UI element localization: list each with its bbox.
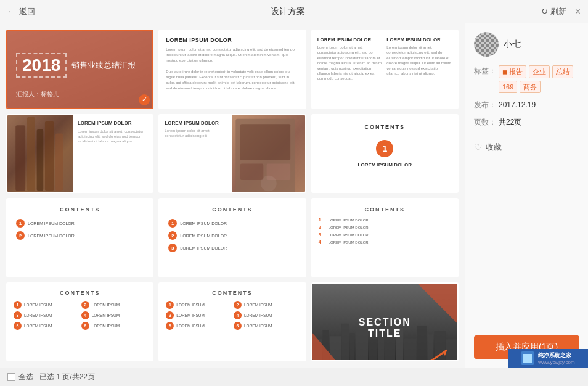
back-label: 返回 — [19, 6, 35, 17]
heart-icon: ♡ — [474, 142, 482, 153]
publish-date: 2017.12.19 — [499, 99, 536, 110]
collect-button[interactable]: ♡ 收藏 — [474, 141, 579, 154]
tags-row: 标签： ◼ 报告 企业 总结 169 商务 — [474, 65, 579, 93]
slide-item-4[interactable]: LOREM IPSUM DOLOR Lorem ipsum dolor sit … — [6, 114, 153, 194]
slide-col-2: LOREM IPSUM DOLOR Lorem ipsum dolor sit … — [386, 37, 452, 109]
slide-contents-heading-11: CONTENTS — [166, 290, 298, 296]
slide-cover-title: 销售业绩总结汇报 — [71, 60, 136, 71]
back-button[interactable]: ← 返回 — [7, 6, 35, 17]
slide-img-left — [7, 115, 73, 194]
main-content: 2018 销售业绩总结汇报 汇报人：标格儿 LOREM IPSUM DOLOR … — [0, 23, 588, 368]
slide-list-text-9-3: LOREM IPSUM DOLOR — [329, 233, 369, 237]
svg-rect-23 — [404, 338, 416, 361]
slide-col1-body: Lorem ipsum dolor sit amet, consectetur … — [317, 45, 383, 81]
svg-rect-34 — [523, 358, 528, 363]
slide-2col-num-10-5: 5 — [14, 322, 22, 330]
svg-rect-1 — [27, 117, 35, 191]
tags-container: ◼ 报告 企业 总结 169 商务 — [499, 65, 579, 93]
slide-cover: 2018 销售业绩总结汇报 汇报人：标格儿 — [7, 31, 152, 109]
slide-list-text-9-4: LOREM IPSUM DOLOR — [329, 240, 369, 244]
slide-contents-2col-11: CONTENTS 1 LOREM IPSUM 2 LOREM IPSUM 3 L — [160, 284, 304, 362]
slide-contents-heading-8: CONTENTS — [168, 207, 296, 213]
slide-img-right: LOREM IPSUM DOLOR Lorem ipsum dolor sit … — [73, 115, 152, 194]
slide-item-8[interactable]: CONTENTS 1 LOREM IPSUM DOLOR 2 LOREM IPS… — [158, 198, 306, 277]
slide-2col-text-10-2: LOREM IPSUM — [92, 303, 120, 307]
slide-item-6[interactable]: CONTENTS 1 LOREM IPSUM DOLOR — [311, 114, 459, 194]
slide-contents-2col-10: CONTENTS 1 LOREM IPSUM 2 LOREM IPSUM 3 L — [7, 284, 152, 362]
window: ← 返回 设计方案 ↻ 刷新 × 2018 — [0, 0, 588, 386]
slide-cover-content: 2018 销售业绩总结汇报 汇报人：标格儿 — [7, 31, 152, 109]
bottom-bar: 全选 已选 1 页/共22页 — [0, 368, 588, 386]
slide-2col-num-11-3: 3 — [166, 311, 174, 319]
slide-list-item-9-3: 3 LOREM IPSUM DOLOR — [319, 232, 451, 237]
select-all-checkbox[interactable]: 全选 — [7, 372, 33, 382]
slide-2col-text-10-1: LOREM IPSUM — [24, 303, 52, 307]
slide-2col-text-11-4: LOREM IPSUM — [244, 313, 272, 318]
svg-rect-35 — [528, 358, 532, 363]
slide-section-dark: SECTIONTITLE — [312, 284, 457, 362]
slide-white: LOREM IPSUM DOLOR Lorem ipsum dolor sit … — [160, 31, 304, 109]
svg-rect-0 — [15, 125, 25, 191]
slide-item-10[interactable]: CONTENTS 1 LOREM IPSUM 2 LOREM IPSUM 3 L — [6, 282, 153, 362]
slide-list-item-7-2: 2 LOREM IPSUM DOLOR — [16, 231, 144, 240]
pages-row: 页数： 共22页 — [474, 117, 579, 128]
tag-169[interactable]: 169 — [499, 81, 517, 94]
svg-rect-17 — [349, 333, 354, 361]
slide-item-11[interactable]: CONTENTS 1 LOREM IPSUM 2 LOREM IPSUM 3 L — [158, 282, 306, 362]
slide-list-item-9-2: 2 LOREM IPSUM DOLOR — [319, 225, 451, 229]
slide-list-num-9-4: 4 — [319, 240, 326, 244]
slide-contents-heading-9: CONTENTS — [319, 207, 451, 213]
tag-summary[interactable]: 总结 — [552, 65, 573, 78]
slide-white-body: Lorem ipsum dolor sit amet, consectetur … — [166, 47, 298, 91]
slide-2col-grid-11: 1 LOREM IPSUM 2 LOREM IPSUM 3 LOREM IPSU… — [166, 301, 298, 330]
divider-1 — [474, 134, 579, 134]
slide-item-1[interactable]: 2018 销售业绩总结汇报 汇报人：标格儿 — [6, 30, 153, 109]
slide-2col-num-10-2: 2 — [81, 301, 89, 309]
watermark-url: www.ycwjzy.com — [538, 359, 574, 365]
slide-list-text-9-2: LOREM IPSUM DOLOR — [329, 226, 369, 229]
window-title: 设计方案 — [271, 6, 305, 17]
slide-2col-item-11-4: 4 LOREM IPSUM — [234, 311, 299, 319]
tag-enterprise[interactable]: 企业 — [529, 65, 550, 78]
slide-2col-text-11-6: LOREM IPSUM — [244, 324, 272, 328]
slide-item-2[interactable]: LOREM IPSUM DOLOR Lorem ipsum dolor sit … — [158, 30, 306, 109]
publish-label: 发布： — [474, 99, 496, 110]
slide-photo-layout: LOREM IPSUM DOLOR Lorem ipsum dolor sit … — [160, 115, 304, 194]
slide-list-item-8-2: 2 LOREM IPSUM DOLOR — [168, 231, 296, 240]
slide-item-5[interactable]: LOREM IPSUM DOLOR Lorem ipsum dolor sit … — [158, 114, 306, 194]
refresh-icon: ↻ — [541, 7, 548, 16]
tag-report[interactable]: ◼ 报告 — [499, 65, 526, 78]
svg-rect-4 — [55, 133, 63, 191]
svg-rect-33 — [528, 354, 532, 358]
watermark-brand: 纯净系统之家 — [538, 351, 574, 359]
slide-2col-num-11-5: 5 — [166, 322, 174, 330]
slide-two-col: LOREM IPSUM DOLOR Lorem ipsum dolor sit … — [312, 31, 457, 109]
slide-item-3[interactable]: LOREM IPSUM DOLOR Lorem ipsum dolor sit … — [311, 30, 459, 109]
bottom-status: 已选 1 页/共22页 — [39, 372, 95, 382]
publish-row: 发布： 2017.12.19 — [474, 99, 579, 110]
slide-img-left-inner — [7, 115, 73, 194]
slide-list-num-8-3: 3 — [168, 244, 177, 252]
slide-list-num-7-2: 2 — [16, 231, 25, 240]
watermark-icon — [521, 351, 534, 365]
slide-item-12[interactable]: SECTIONTITLE — [311, 282, 459, 362]
slide-2col-text-11-1: LOREM IPSUM — [176, 303, 205, 307]
refresh-button[interactable]: ↻ 刷新 — [541, 6, 566, 17]
slide-photo-text: LOREM IPSUM DOLOR Lorem ipsum dolor sit … — [160, 115, 232, 194]
slide-2col-num-11-6: 6 — [234, 322, 242, 330]
slide-2col-item-11-1: 1 LOREM IPSUM — [166, 301, 231, 309]
slides-grid: 2018 销售业绩总结汇报 汇报人：标格儿 LOREM IPSUM DOLOR … — [0, 23, 465, 368]
right-panel: 小七 标签： ◼ 报告 企业 总结 169 商务 发布： 2017.12.19 — [465, 23, 588, 368]
slide-list-text-8-2: LOREM IPSUM DOLOR — [180, 234, 227, 238]
slide-2col-item-11-5: 5 LOREM IPSUM — [166, 322, 231, 330]
slide-contents-heading-10: CONTENTS — [14, 290, 146, 296]
slide-section-title: SECTIONTITLE — [359, 317, 411, 339]
tag-business[interactable]: 商务 — [520, 81, 541, 94]
slide-item-9[interactable]: CONTENTS 1 LOREM IPSUM DOLOR 2 LOREM IPS… — [311, 198, 459, 277]
close-button[interactable]: × — [575, 7, 581, 17]
slide-2col-text-10-5: LOREM IPSUM — [24, 324, 52, 328]
slide-section-text: SECTIONTITLE — [359, 317, 411, 339]
slide-item-7[interactable]: CONTENTS 1 LOREM IPSUM DOLOR 2 LOREM IPS… — [6, 198, 153, 277]
slide-contents-list-8: CONTENTS 1 LOREM IPSUM DOLOR 2 LOREM IPS… — [160, 199, 304, 277]
select-all-label: 全选 — [18, 372, 33, 382]
